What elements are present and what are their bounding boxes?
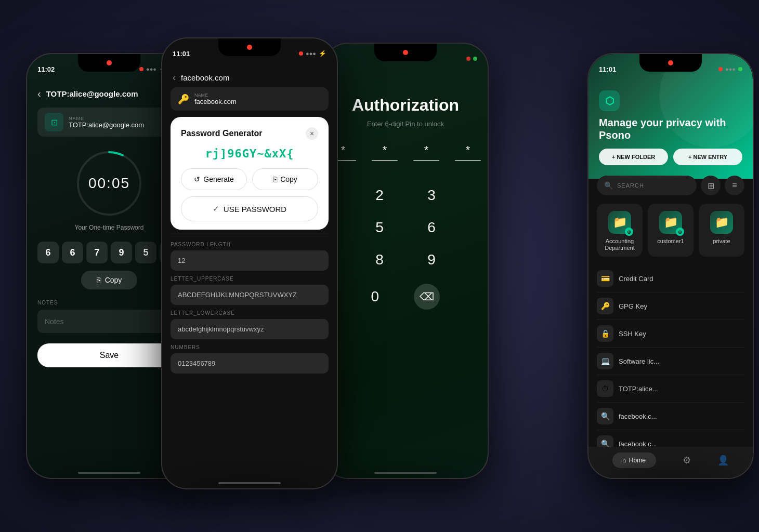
notes-label-1: NOTES xyxy=(37,300,181,305)
list-item-facebook2[interactable]: 🔍 facebook.c... xyxy=(597,430,744,447)
battery-4 xyxy=(738,67,742,71)
digit-1: 6 xyxy=(62,242,83,263)
num-8[interactable]: 8 xyxy=(375,251,384,268)
digit-0: 6 xyxy=(37,242,59,263)
status-dot-3 xyxy=(466,57,470,61)
generate-button[interactable]: ↺ Generate xyxy=(181,168,247,190)
software-icon: 💻 xyxy=(597,353,613,369)
use-password-label: USE PASSWORD xyxy=(224,205,286,214)
totp-name: TOTP:alice... xyxy=(619,385,744,393)
home-label: Home xyxy=(629,457,646,464)
numbers-input[interactable]: 0123456789 xyxy=(171,353,329,374)
search-icon: 🔍 xyxy=(604,181,613,190)
filter-button[interactable]: ⊞ xyxy=(701,176,721,195)
copy-button-2[interactable]: ⎘ Copy xyxy=(252,168,318,190)
num-3[interactable]: 3 xyxy=(427,187,436,204)
notes-input-1[interactable]: Notes ⎘ xyxy=(37,310,181,333)
list-item-software[interactable]: 💻 Software lic... xyxy=(597,348,744,375)
pw-gen-header: Password Generator × xyxy=(181,127,318,140)
facebook1-icon: 🔍 xyxy=(597,408,613,424)
time-1: 11:02 xyxy=(37,65,55,73)
notch-3 xyxy=(374,44,437,61)
home-indicator-3 xyxy=(374,472,437,474)
signal-2: ●●● xyxy=(306,50,316,57)
copy-label-2: Copy xyxy=(280,175,297,183)
profile-icon: 👤 xyxy=(717,455,729,466)
name-value-1: TOTP:alice@google.com xyxy=(69,121,144,129)
logo-area: ⬡ xyxy=(588,83,753,116)
uppercase-input[interactable]: ABCDEFGHIJKLMNOPQRSTUVWXYZ xyxy=(171,285,329,305)
nav-settings[interactable]: ⚙ xyxy=(683,455,691,466)
num-2[interactable]: 2 xyxy=(375,187,384,204)
fields-section: PASSWORD LENGTH 12 LETTER_UPPERCASE ABCD… xyxy=(162,242,337,379)
notch-dot-1 xyxy=(107,60,112,65)
header-1: ‹ TOTP:alice@google.com xyxy=(37,88,181,100)
notch-dot-4 xyxy=(668,60,673,65)
auth-title: Authorization xyxy=(352,96,459,115)
name-label-1: NAME xyxy=(69,116,144,121)
folder-private[interactable]: 📁 private xyxy=(699,204,744,257)
name-card-1: ⊡ NAME TOTP:alice@google.com xyxy=(37,108,181,137)
pin-dot-3: * xyxy=(455,143,481,161)
back-button-2[interactable]: ‹ xyxy=(173,72,176,83)
delete-button[interactable]: ⌫ xyxy=(414,284,440,310)
phone-psono: 11:01 ●●● ⬡ Manage your privacy with Pso… xyxy=(587,53,754,479)
folder-icon-2: 📁 xyxy=(710,211,733,234)
list-item-facebook1[interactable]: 🔍 facebook.c... xyxy=(597,403,744,430)
auth-subtitle: Enter 6-digit Pin to unlock xyxy=(367,120,444,128)
signal-1: ●●● xyxy=(146,66,156,72)
list-view-button[interactable]: ≡ xyxy=(725,176,744,195)
home-indicator-2 xyxy=(218,482,281,484)
status-icons-3 xyxy=(466,57,477,61)
list-item-ssh[interactable]: 🔒 SSH Key xyxy=(597,320,744,348)
home-indicator-1 xyxy=(78,472,140,474)
status-dot-2 xyxy=(299,51,303,56)
nav-profile[interactable]: 👤 xyxy=(717,455,729,466)
num-9[interactable]: 9 xyxy=(427,251,436,268)
new-entry-button[interactable]: + NEW ENTRY xyxy=(673,149,742,165)
list-item-totp[interactable]: ⏱ TOTP:alice... xyxy=(597,375,744,403)
search-bar[interactable]: 🔍 SEARCH xyxy=(597,176,697,195)
totp-list-icon: ⏱ xyxy=(597,380,613,397)
list-items: 💳 Credit Card 🔑 GPG Key 🔒 SSH Key 💻 Soft… xyxy=(588,265,753,447)
lowercase-input[interactable]: abcdefghijklmnopqrstuvwxyz xyxy=(171,319,329,339)
list-item-gpg[interactable]: 🔑 GPG Key xyxy=(597,292,744,320)
num-5[interactable]: 5 xyxy=(375,219,384,236)
page-title-1: TOTP:alice@google.com xyxy=(46,89,138,98)
ssh-icon: 🔒 xyxy=(597,325,613,342)
name-info-1: NAME TOTP:alice@google.com xyxy=(69,116,144,129)
new-folder-button[interactable]: + NEW FOLDER xyxy=(599,149,668,165)
back-button-1[interactable]: ‹ xyxy=(37,88,41,100)
notch-dot-2 xyxy=(247,45,252,50)
p2-name-card: 🔑 NAME facebook.com xyxy=(171,87,329,111)
folder-badge-0: ⊕ xyxy=(625,228,633,236)
copy-button-1[interactable]: ⎘ Copy xyxy=(81,271,138,289)
notes-section-1: NOTES Notes ⎘ xyxy=(37,300,181,333)
totp-icon: ⊡ xyxy=(45,113,63,131)
pw-length-input[interactable]: 12 xyxy=(171,250,329,271)
folder-customer1[interactable]: 📁 ⊕ customer1 xyxy=(648,204,693,257)
bottom-nav: ⌂ Home ⚙ 👤 xyxy=(588,447,753,478)
num-0[interactable]: 0 xyxy=(371,284,379,310)
notch-1 xyxy=(78,54,140,72)
credit-card-icon: 💳 xyxy=(597,270,613,287)
p2-name-value: facebook.com xyxy=(194,98,237,105)
search-row: 🔍 SEARCH ⊞ ≡ xyxy=(588,176,753,195)
digit-4: 5 xyxy=(135,242,156,263)
list-item-credit-card[interactable]: 💳 Credit Card xyxy=(597,265,744,292)
save-button-1[interactable]: Save xyxy=(37,343,181,367)
key-icon: 🔑 xyxy=(178,94,189,105)
use-password-button[interactable]: ✓ USE PASSWORD xyxy=(181,196,318,221)
num-6[interactable]: 6 xyxy=(427,219,436,236)
p2-name-label: NAME xyxy=(194,92,237,98)
pw-gen-close-button[interactable]: × xyxy=(306,127,318,140)
pw-gen-card: Password Generator × rj]96GY~&xX{ ↺ Gene… xyxy=(171,117,329,230)
nav-home-button[interactable]: ⌂ Home xyxy=(612,453,656,468)
divider-2 xyxy=(171,236,329,236)
lowercase-label: LETTER_LOWERCASE xyxy=(171,310,329,316)
folder-accounting[interactable]: 📁 ⊕ Accounting Department xyxy=(597,204,643,257)
otp-digits: 6 6 7 9 5 8 xyxy=(37,242,181,263)
status-icons-4: ●●● xyxy=(718,66,742,72)
signal-4: ●●● xyxy=(725,66,736,72)
pin-dots: * * * * xyxy=(330,143,481,161)
